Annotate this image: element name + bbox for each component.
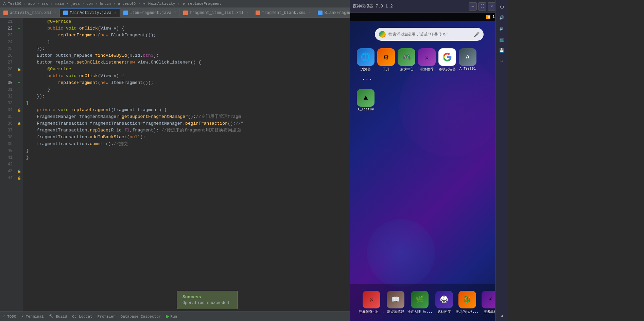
code-line-32: } bbox=[26, 86, 350, 93]
tab-close[interactable]: × bbox=[114, 11, 116, 15]
emu-close-btn[interactable]: × bbox=[488, 2, 496, 11]
emu-side-btn-screen[interactable]: 📺 bbox=[497, 34, 507, 44]
line-num: 29 bbox=[0, 73, 13, 79]
marker-40 bbox=[15, 147, 23, 154]
marker-21 bbox=[15, 18, 23, 25]
marker-39 bbox=[15, 141, 23, 147]
line-numbers: 21 22 23 24 25 26 27 28 29 30 31 32 33 3… bbox=[0, 18, 15, 311]
code-line-34: } bbox=[26, 100, 350, 107]
tab-close[interactable]: × bbox=[54, 11, 56, 15]
line-num: 34 bbox=[0, 107, 13, 113]
marker-37 bbox=[15, 127, 23, 134]
android-wallpaper[interactable]: 搜索游戏&应用，试试"狂暴传奇" 🎤 🌐 浏览器 ⚙ 工具 🎮 bbox=[350, 21, 508, 321]
marker-44: 🔒 bbox=[15, 175, 23, 181]
java-icon bbox=[318, 11, 323, 15]
dock-name-4: 武林闲侠 bbox=[437, 309, 451, 314]
tab-itemfragment-java[interactable]: ItemFragment.java × bbox=[120, 8, 180, 17]
emu-side-btn-save[interactable]: 💾 bbox=[497, 45, 507, 55]
tab-bar: activity_main.xml × MainActivity.java × … bbox=[0, 7, 350, 18]
app-item-atest01[interactable]: A A_Test01 bbox=[459, 48, 476, 72]
marker-36: 🔒 bbox=[15, 120, 23, 127]
ide-panel: A_Test09 › app › src › main › java › com… bbox=[0, 0, 350, 321]
run-button[interactable]: Run bbox=[166, 315, 177, 319]
search-mic-icon[interactable]: 🎤 bbox=[474, 32, 480, 37]
todo-button[interactable]: ✓ TODO bbox=[3, 314, 16, 319]
logcat-button[interactable]: 6: Logcat bbox=[72, 315, 92, 319]
app-grid-row2: ▲ A_Test09 bbox=[357, 89, 375, 111]
app-icon-new-games: ⚔ bbox=[418, 48, 436, 66]
code-line-27: Button button_replace=findViewById(R.id.… bbox=[26, 52, 350, 59]
profiler-button[interactable]: Profiler bbox=[98, 315, 116, 319]
emu-side-btn-cut[interactable]: ✂ bbox=[497, 56, 507, 66]
code-text[interactable]: @Override public void onClick(View v) { … bbox=[23, 18, 350, 311]
dock-item-1[interactable]: ⚔ 狂暴传奇·微... bbox=[359, 291, 384, 314]
emu-minimize-btn[interactable]: — bbox=[469, 2, 477, 11]
android-search-bar[interactable]: 搜索游戏&应用，试试"狂暴传奇" 🎤 bbox=[375, 28, 484, 41]
code-line-33: }); bbox=[26, 93, 350, 100]
dock-item-2[interactable]: 📖 新盗墓笔记 bbox=[387, 291, 404, 314]
line-num: 37 bbox=[0, 127, 13, 134]
dock-icon-2: 📖 bbox=[387, 291, 404, 308]
marker-22: ● bbox=[15, 25, 23, 32]
marker-35 bbox=[15, 113, 23, 120]
app-item-tools[interactable]: ⚙ 工具 bbox=[377, 48, 395, 72]
logcat-label: 6: Logcat bbox=[72, 315, 92, 319]
xml-icon bbox=[183, 11, 188, 15]
android-dock: ⚔ 狂暴传奇·微... 📖 新盗墓笔记 🌿 神道大陆·放... 🥋 武林闲侠 bbox=[350, 284, 508, 321]
emu-side-btn-back[interactable]: ◀ bbox=[497, 311, 507, 321]
line-num: 32 bbox=[0, 93, 13, 100]
app-item-atest09[interactable]: ▲ A_Test09 bbox=[357, 89, 375, 111]
code-line-23: replaceFragment(new BlankFragment()); bbox=[26, 32, 350, 39]
app-item-game-center[interactable]: 🎮 游戏中心 bbox=[398, 48, 415, 72]
db-inspector-button[interactable]: Database Inspector bbox=[121, 315, 161, 319]
code-area[interactable]: 21 22 23 24 25 26 27 28 29 30 31 32 33 3… bbox=[0, 18, 350, 311]
emu-side-btn-volume-down[interactable]: 🔉 bbox=[497, 23, 507, 34]
xml-icon bbox=[256, 11, 260, 15]
dock-item-4[interactable]: 🥋 武林闲侠 bbox=[435, 291, 453, 314]
tab-blankfragment-java[interactable]: BlankFragment.java × bbox=[314, 8, 350, 17]
app-icon-game-center: 🎮 bbox=[398, 48, 415, 66]
xml-icon bbox=[3, 11, 8, 15]
tab-close[interactable]: × bbox=[246, 11, 248, 15]
tab-mainactivity-java[interactable]: MainActivity.java × bbox=[60, 8, 120, 17]
dock-icon-1: ⚔ bbox=[363, 291, 380, 308]
line-num: 36 bbox=[0, 120, 13, 127]
code-line-37: FragmentManager fragmentManager=getSuppo… bbox=[26, 113, 350, 120]
code-line-22: public void onClick(View v) { bbox=[26, 25, 350, 32]
app-icon-atest09: ▲ bbox=[357, 89, 375, 107]
tab-fragment-item-list-xml[interactable]: fragment_item_list.xml × bbox=[180, 8, 252, 17]
line-num: 35 bbox=[0, 113, 13, 120]
marker-43: 🔒 bbox=[15, 168, 23, 175]
code-line-24: } bbox=[26, 39, 350, 46]
line-num: 22 bbox=[0, 25, 13, 32]
dock-item-5[interactable]: 🐉 无尽的拉格... bbox=[456, 291, 479, 314]
marker-34: 🔒 bbox=[15, 107, 23, 113]
dock-icon-5: 🐉 bbox=[458, 291, 476, 308]
google-icon bbox=[379, 31, 386, 38]
terminal-button[interactable]: ⚡ Terminal bbox=[21, 314, 44, 319]
app-item-new-games[interactable]: ⚔ 新游推荐 bbox=[418, 48, 436, 72]
app-item-google-installer[interactable]: 谷歌安装器 bbox=[438, 48, 456, 72]
dock-icon-3: 🌿 bbox=[411, 291, 429, 308]
tab-activity-main-xml[interactable]: activity_main.xml × bbox=[0, 8, 60, 17]
dock-name-2: 新盗墓笔记 bbox=[387, 309, 404, 314]
emu-maximize-btn[interactable]: ⛶ bbox=[478, 2, 486, 11]
tab-close[interactable]: × bbox=[309, 11, 311, 15]
code-line-41: fragmentTransaction.commit();//提交 bbox=[26, 141, 350, 147]
line-num: 33 bbox=[0, 100, 13, 107]
markers-column: ● 🔒 ● 🔒 🔒 🔒 bbox=[15, 18, 23, 311]
app-item-browser[interactable]: 🌐 浏览器 bbox=[357, 48, 375, 72]
line-num: 27 bbox=[0, 59, 13, 66]
tab-fragment-blank-xml[interactable]: fragment_blank.xml × bbox=[252, 8, 315, 17]
dock-name-5: 无尽的拉格... bbox=[456, 309, 479, 314]
build-button[interactable]: 🔨 Build bbox=[49, 314, 67, 319]
dock-item-3[interactable]: 🌿 神道大陆·放... bbox=[407, 291, 432, 314]
emu-side-btn-volume-up[interactable]: 🔊 bbox=[497, 13, 507, 23]
line-num: 25 bbox=[0, 46, 13, 52]
code-line-29: @Override bbox=[26, 66, 350, 73]
toast-title: Success bbox=[182, 295, 232, 300]
more-apps-button[interactable]: ··· bbox=[357, 74, 377, 85]
tab-close[interactable]: × bbox=[174, 11, 176, 15]
marker-30: ● bbox=[15, 79, 23, 86]
line-num: 44 bbox=[0, 175, 13, 181]
